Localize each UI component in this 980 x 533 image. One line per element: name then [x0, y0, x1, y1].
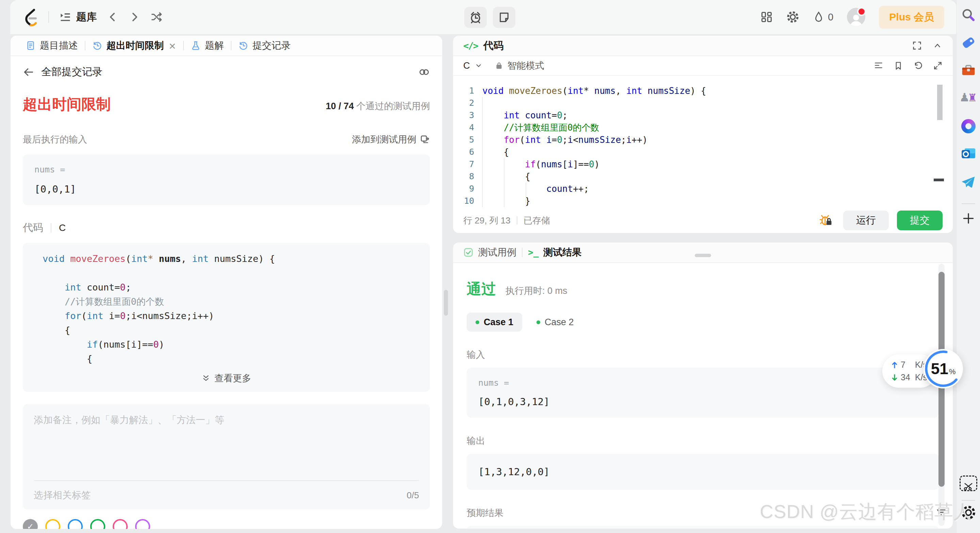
double-chevron-down-icon — [202, 374, 210, 383]
notes-button[interactable] — [493, 7, 515, 28]
progress-arc — [923, 349, 963, 389]
smart-mode-toggle[interactable]: 智能模式 — [495, 60, 544, 72]
alarm-icon — [469, 11, 482, 24]
tab-time-limit-exceeded[interactable]: 超出时间限制 × — [86, 39, 183, 52]
editor-header: </> 代码 — [453, 36, 953, 56]
shuffle-icon[interactable] — [150, 11, 163, 23]
back-arrow-icon[interactable] — [23, 66, 34, 78]
panel-resize-handle-vertical[interactable] — [444, 290, 448, 316]
last-input-label: 最后执行的输入 — [23, 133, 87, 146]
nav-forward-icon[interactable] — [129, 11, 140, 23]
history-icon — [238, 40, 248, 51]
upload-speed: 7 — [901, 360, 912, 370]
tab-test-result[interactable]: >_ 测试结果 — [528, 246, 581, 259]
snip-icon[interactable] — [959, 476, 977, 491]
add-icon[interactable] — [962, 212, 975, 225]
tag-color-circle[interactable] — [68, 519, 83, 529]
terminal-icon: >_ — [528, 247, 539, 257]
chevron-down-icon[interactable] — [475, 62, 482, 70]
telegram-icon[interactable] — [961, 175, 976, 189]
microsoft-365-icon[interactable] — [961, 119, 975, 133]
indent-guide — [482, 97, 483, 207]
tab-testcases[interactable]: 测试用例 — [463, 246, 516, 259]
verdict-passed: 通过 — [467, 279, 496, 299]
expected-result-box[interactable]: [1,3,12,0,0] — [467, 526, 939, 529]
leetcode-logo[interactable] — [22, 8, 38, 27]
language-selector[interactable]: C — [463, 60, 470, 71]
collapse-up-icon[interactable] — [932, 40, 943, 51]
add-to-testcase-button[interactable]: 添加到测试用例 — [352, 133, 430, 146]
all-submissions-row: 全部提交记录 — [11, 56, 442, 84]
nav-problem-bank[interactable]: 题库 — [59, 10, 97, 24]
submitted-code-card: void moveZeroes(int* nums, int numsSize)… — [23, 243, 430, 392]
editor-toolbar: C 智能模式 — [453, 56, 953, 76]
tab-problem-description[interactable]: 题目描述 — [19, 39, 85, 52]
tag-color-circle[interactable] — [135, 519, 150, 529]
tab-solutions[interactable]: 题解 — [184, 39, 231, 52]
format-code-icon[interactable] — [874, 61, 883, 70]
submit-button[interactable]: 提交 — [897, 211, 943, 230]
tab-submissions[interactable]: 提交记录 — [231, 39, 298, 52]
close-icon[interactable]: × — [169, 40, 176, 51]
panel-resize-handle-horizontal[interactable] — [695, 254, 711, 257]
streak-counter[interactable]: 0 — [813, 11, 833, 23]
code-editor-area[interactable]: 1void moveZeroes(int* nums, int numsSize… — [453, 76, 953, 219]
expand-diagonal-icon[interactable] — [933, 61, 943, 70]
tag-color-circle[interactable] — [90, 519, 105, 529]
submitted-code: void moveZeroes(int* nums, int numsSize)… — [34, 252, 418, 366]
toolbox-icon[interactable] — [961, 63, 976, 77]
grid-icon[interactable] — [760, 11, 773, 23]
test-input-name: nums = — [478, 378, 928, 388]
nav-back-icon[interactable] — [107, 11, 118, 23]
link-icon[interactable] — [418, 66, 430, 78]
games-icon[interactable]: ♟♜ — [959, 90, 977, 104]
tag-color-circle[interactable] — [45, 519, 60, 529]
all-submissions-label[interactable]: 全部提交记录 — [41, 65, 102, 79]
code-section-header: 代码 C — [23, 221, 430, 235]
runtime: 执行用时: 0 ms — [506, 285, 568, 297]
case-2-tab[interactable]: Case 2 — [528, 313, 583, 332]
screen: 题库 — [0, 0, 980, 533]
timer-button[interactable] — [464, 7, 487, 28]
notes-editor[interactable]: 添加备注，例如「暴力解法」、「方法一」等 选择相关标签 0/5 — [23, 404, 430, 509]
test-result-panel: 测试用例 >_ 测试结果 通过 执行用时: 0 ms Case 1 — [453, 242, 953, 529]
view-more-button[interactable]: 查看更多 — [34, 366, 418, 387]
verdict-title: 超出时间限制 — [23, 95, 111, 114]
tag-color-selected[interactable]: ✓ — [23, 519, 38, 529]
editor-scrollbar[interactable] — [937, 85, 943, 120]
test-output-box[interactable]: [1,3,12,0,0] — [467, 454, 939, 490]
editor-title: 代码 — [484, 39, 504, 53]
undo-icon[interactable] — [913, 61, 923, 70]
sidebar-divider — [962, 203, 975, 204]
debug-lock-icon[interactable] — [819, 214, 833, 227]
bookmark-icon[interactable] — [894, 61, 903, 70]
tag-icon[interactable] — [961, 35, 976, 50]
case-tabs: Case 1 Case 2 — [467, 313, 939, 332]
problem-bank-label: 题库 — [76, 10, 97, 24]
case-1-tab[interactable]: Case 1 — [467, 313, 522, 332]
test-output-value: [1,3,12,0,0] — [478, 466, 928, 477]
os-sidebar: ♟♜ — [956, 0, 980, 533]
plus-member-button[interactable]: Plus 会员 — [879, 6, 944, 29]
outlook-icon[interactable] — [961, 147, 976, 160]
test-input-box[interactable]: nums = [0,1,0,3,12] — [467, 368, 939, 418]
checkbox-icon — [463, 247, 474, 257]
code-editor-panel: </> 代码 C — [453, 35, 953, 233]
tags-row[interactable]: 选择相关标签 0/5 — [34, 480, 419, 509]
search-icon[interactable] — [961, 8, 976, 22]
submission-language: C — [59, 222, 66, 233]
nav-right: 0 Plus 会员 — [760, 6, 944, 29]
streak-count: 0 — [828, 11, 833, 23]
last-input-box[interactable]: nums = [0,0,1] — [23, 154, 430, 205]
flask-icon — [191, 40, 201, 51]
gear-icon[interactable] — [786, 11, 799, 24]
upload-arrow-icon — [891, 361, 898, 369]
navbar: 题库 — [10, 0, 956, 34]
fullscreen-icon[interactable] — [912, 40, 922, 51]
editor-statusbar: 行 29, 列 13 已存储 运行 提交 — [453, 208, 953, 233]
tag-color-circle[interactable] — [113, 519, 128, 529]
user-avatar[interactable] — [847, 8, 865, 26]
progress-circle[interactable]: 51 % — [923, 349, 963, 389]
editor-code[interactable]: 1void moveZeroes(int* nums, int numsSize… — [453, 85, 953, 207]
run-button[interactable]: 运行 — [843, 211, 889, 230]
